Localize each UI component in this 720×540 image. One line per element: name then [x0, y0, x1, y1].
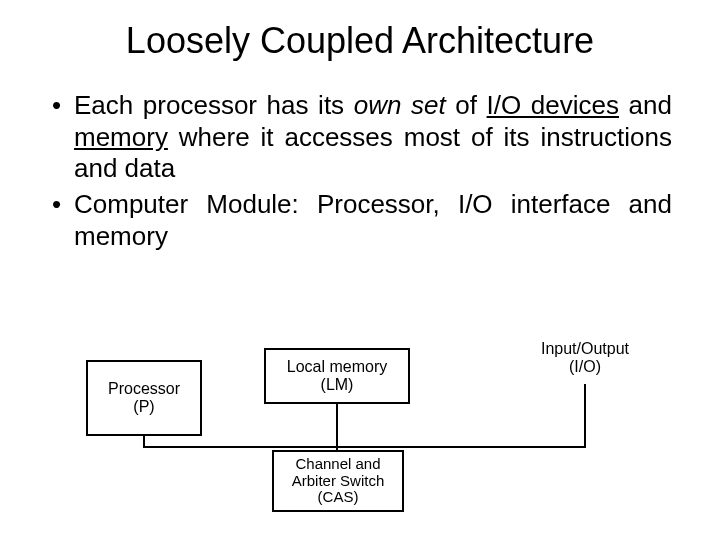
bullet-text: Computer Module: Processor, I/O interfac… — [74, 189, 672, 251]
bullet-text: and — [619, 90, 672, 120]
bullet-text: of — [446, 90, 487, 120]
connector-line — [143, 446, 586, 448]
bullet-underline: I/O devices — [487, 90, 619, 120]
diagram-box-cas: Channel and Arbiter Switch (CAS) — [272, 450, 404, 512]
box-label: Input/Output — [541, 340, 629, 358]
box-label: (P) — [133, 398, 154, 416]
connector-line — [336, 404, 338, 446]
box-label: (LM) — [321, 376, 354, 394]
connector-line — [336, 446, 338, 452]
diagram-box-io: Input/Output (I/O) — [510, 330, 660, 386]
bullet-text: Each processor has its — [74, 90, 354, 120]
connector-line — [143, 436, 145, 446]
box-label: Processor — [108, 380, 180, 398]
box-label: Channel and — [295, 456, 380, 473]
bullet-list: Each processor has its own set of I/O de… — [0, 90, 720, 253]
bullet-emphasis: own set — [354, 90, 446, 120]
box-label: (CAS) — [318, 489, 359, 506]
connector-line — [584, 384, 586, 446]
box-label: Arbiter Switch — [292, 473, 385, 490]
bullet-item: Computer Module: Processor, I/O interfac… — [48, 189, 672, 252]
diagram-box-processor: Processor (P) — [86, 360, 202, 436]
architecture-diagram: Processor (P) Local memory (LM) Input/Ou… — [0, 330, 720, 530]
box-label: (I/O) — [569, 358, 601, 376]
box-label: Local memory — [287, 358, 387, 376]
diagram-box-local-memory: Local memory (LM) — [264, 348, 410, 404]
slide-title: Loosely Coupled Architecture — [0, 20, 720, 62]
bullet-underline: memory — [74, 122, 168, 152]
bullet-item: Each processor has its own set of I/O de… — [48, 90, 672, 185]
